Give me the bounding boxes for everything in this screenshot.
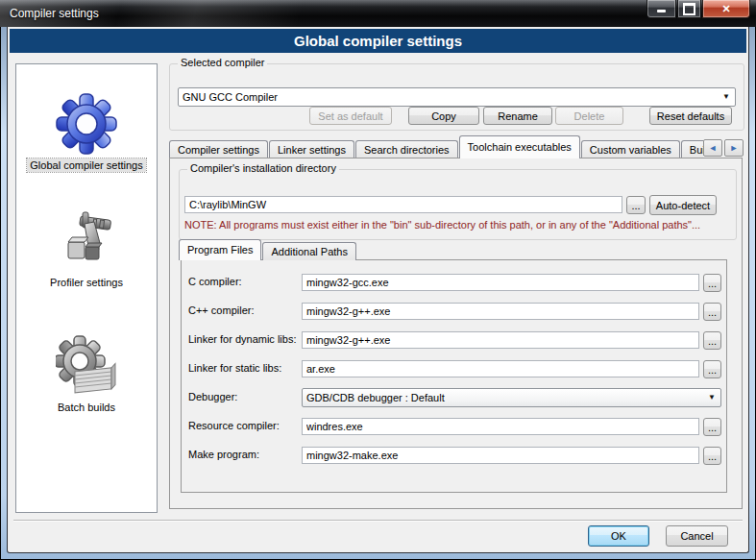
browse-icon: ... — [708, 422, 717, 433]
sidebar-item-profiler-settings[interactable]: Profiler settings — [16, 210, 157, 289]
button-label: Delete — [574, 110, 605, 122]
sidebar-item-label: Global compiler settings — [27, 158, 145, 172]
titlebar[interactable]: Compiler settings ✕ — [0, 0, 756, 27]
c-compiler-browse-button[interactable]: ... — [703, 274, 721, 292]
scroll-left-icon: ◄ — [709, 143, 718, 153]
sidebar-item-batch-builds[interactable]: Batch builds — [16, 335, 157, 414]
ok-button[interactable]: OK — [588, 525, 649, 547]
selected-compiler-group-label: Selected compiler — [178, 57, 267, 68]
rename-button[interactable]: Rename — [483, 107, 552, 125]
settings-tabs: Compiler settings Linker settings Search… — [169, 135, 703, 158]
compiler-settings-window: Compiler settings ✕ Global compiler sett… — [0, 0, 756, 560]
compiler-select-value: GNU GCC Compiler — [183, 91, 278, 103]
make-program-input[interactable] — [302, 447, 699, 464]
linker-static-input[interactable] — [302, 360, 699, 377]
make-program-browse-button[interactable]: ... — [703, 447, 721, 465]
settings-category-sidebar: Global compiler settings — [15, 63, 158, 513]
installation-note: NOTE: All programs must exist either in … — [184, 219, 728, 231]
tab-build-options[interactable]: Build options — [681, 140, 703, 158]
browse-icon: ... — [708, 335, 717, 347]
field-label-c-compiler: C compiler: — [188, 276, 242, 287]
cancel-button[interactable]: Cancel — [666, 525, 728, 547]
sidebar-item-global-compiler-settings[interactable]: Global compiler settings — [16, 93, 157, 172]
resource-compiler-browse-button[interactable]: ... — [703, 418, 721, 436]
button-label: Reset defaults — [657, 110, 724, 122]
browse-icon: ... — [708, 364, 717, 376]
sidebar-item-label: Profiler settings — [47, 276, 126, 289]
minimize-button[interactable] — [646, 0, 676, 18]
button-label: OK — [611, 530, 626, 542]
sidebar-item-label: Batch builds — [55, 401, 118, 414]
button-label: Rename — [498, 110, 538, 122]
tab-search-directories[interactable]: Search directories — [355, 140, 458, 158]
close-icon: ✕ — [721, 4, 730, 14]
button-label: Set as default — [318, 110, 382, 122]
browse-icon: ... — [708, 450, 717, 462]
tab-scroll-right-button[interactable]: ► — [724, 139, 744, 157]
tab-scroll-left-button[interactable]: ◄ — [703, 139, 722, 157]
linker-dynamic-browse-button[interactable]: ... — [703, 331, 721, 350]
close-button[interactable]: ✕ — [702, 0, 750, 18]
resource-compiler-input[interactable] — [302, 418, 699, 435]
cpp-compiler-browse-button[interactable]: ... — [703, 303, 721, 321]
window-frame: Global compiler settings — [1, 27, 755, 559]
tab-toolchain-executables[interactable]: Toolchain executables — [459, 135, 580, 158]
chevron-down-icon: ▼ — [722, 92, 730, 101]
tab-additional-paths[interactable]: Additional Paths — [262, 242, 356, 260]
window-title: Compiler settings — [10, 7, 99, 20]
tab-custom-variables[interactable]: Custom variables — [581, 140, 680, 158]
browse-icon: ... — [708, 278, 717, 289]
field-label-debugger: Debugger: — [188, 391, 237, 402]
field-label-cpp-compiler: C++ compiler: — [188, 304, 254, 316]
maximize-icon — [683, 3, 695, 15]
caliper-icon — [56, 210, 117, 272]
installation-directory-input[interactable] — [184, 196, 622, 213]
minimize-icon — [657, 10, 666, 12]
linker-dynamic-input[interactable] — [302, 331, 699, 349]
field-label-linker-static: Linker for static libs: — [188, 362, 281, 374]
footer-separator — [13, 520, 743, 522]
linker-static-browse-button[interactable]: ... — [703, 360, 721, 378]
dialog-client-area: Global compiler settings — [7, 27, 749, 553]
field-label-resource-compiler: Resource compiler: — [188, 420, 280, 431]
copy-button[interactable]: Copy — [408, 107, 479, 125]
page-title: Global compiler settings — [10, 29, 746, 53]
installation-directory-group-label: Compiler's installation directory — [187, 162, 339, 174]
button-label: Cancel — [680, 530, 713, 542]
field-label-linker-dynamic: Linker for dynamic libs: — [188, 333, 297, 345]
c-compiler-input[interactable] — [302, 274, 699, 291]
program-tabs: Program Files Additional Paths — [179, 239, 357, 260]
chevron-down-icon: ▼ — [708, 393, 716, 402]
tab-linker-settings[interactable]: Linker settings — [269, 140, 354, 158]
button-label: Copy — [431, 110, 456, 122]
debugger-select[interactable]: GDB/CDB debugger : Default ▼ — [302, 388, 721, 407]
debugger-select-value: GDB/CDB debugger : Default — [306, 392, 445, 403]
gray-gear-papers-icon — [56, 335, 117, 397]
tab-compiler-settings[interactable]: Compiler settings — [169, 140, 268, 158]
cpp-compiler-input[interactable] — [302, 303, 699, 320]
tab-program-files[interactable]: Program Files — [179, 239, 261, 260]
scroll-right-icon: ► — [730, 143, 739, 153]
maximize-button[interactable] — [677, 0, 701, 18]
auto-detect-button[interactable]: Auto-detect — [649, 195, 717, 215]
reset-defaults-button[interactable]: Reset defaults — [649, 107, 732, 125]
window-controls: ✕ — [646, 0, 750, 18]
browse-icon: ... — [631, 200, 640, 211]
delete-button[interactable]: Delete — [555, 107, 623, 125]
field-label-make-program: Make program: — [188, 449, 259, 460]
blue-gear-icon — [56, 93, 117, 155]
compiler-select[interactable]: GNU GCC Compiler ▼ — [178, 87, 736, 107]
page-title-text: Global compiler settings — [294, 33, 462, 49]
installation-directory-browse-button[interactable]: ... — [626, 196, 646, 214]
browse-icon: ... — [708, 306, 717, 318]
set-as-default-button[interactable]: Set as default — [309, 107, 392, 125]
button-label: Auto-detect — [656, 200, 710, 211]
